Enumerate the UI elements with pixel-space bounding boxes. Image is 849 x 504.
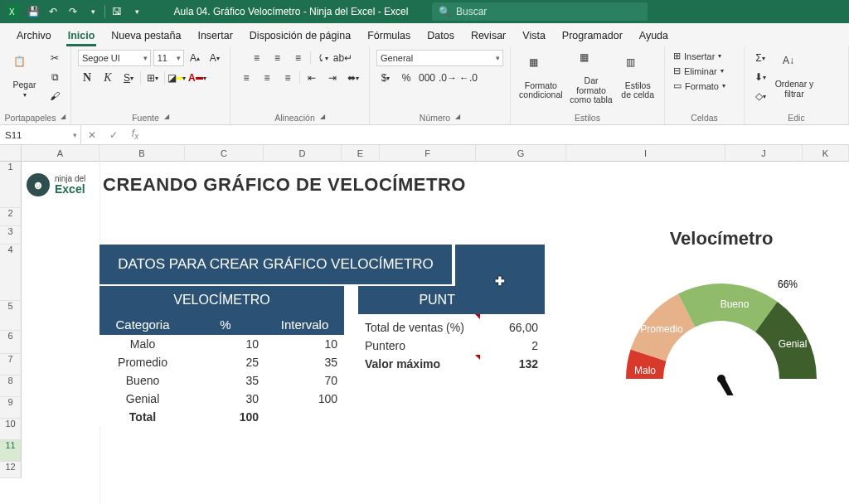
save-alt-icon[interactable]: 🖫 — [109, 3, 125, 20]
decrease-indent-button[interactable]: ⇤ — [303, 70, 321, 86]
col-header[interactable]: E — [342, 145, 380, 162]
ninja-icon: ☻ — [27, 173, 50, 196]
tab-insertar[interactable]: Insertar — [189, 25, 240, 46]
chevron-down-icon[interactable]: ▾ — [85, 3, 101, 20]
col-header[interactable]: D — [264, 145, 342, 162]
currency-button[interactable]: $▾ — [376, 70, 395, 86]
align-top-button[interactable]: ≡ — [248, 50, 266, 66]
row-header[interactable]: 9 — [0, 397, 22, 419]
col-header[interactable]: J — [725, 145, 803, 162]
align-right-button[interactable]: ≡ — [279, 70, 297, 86]
row-header[interactable]: 12 — [0, 462, 22, 478]
fill-color-button[interactable]: ◪▾ — [167, 70, 186, 86]
fx-button[interactable]: fx — [124, 128, 146, 141]
svg-text:66%: 66% — [778, 279, 798, 290]
row-header[interactable]: 7 — [0, 354, 22, 376]
name-box[interactable]: S11 — [0, 125, 81, 144]
tab-inicio[interactable]: Inicio — [60, 25, 104, 46]
worksheet[interactable]: A B C D E F G I J K 1 2 3 4 5 6 7 8 9 10… — [0, 145, 849, 504]
row-header[interactable]: 2 — [0, 208, 22, 226]
decrease-decimal-button[interactable]: ←.0 — [459, 70, 478, 86]
increase-decimal-button[interactable]: .0→ — [439, 70, 457, 86]
align-middle-button[interactable]: ≡ — [269, 50, 287, 66]
merge-button[interactable]: ⬌▾ — [344, 70, 362, 86]
row-header[interactable]: 4 — [0, 245, 22, 301]
row-header[interactable]: 3 — [0, 226, 22, 245]
row-header[interactable]: 1 — [0, 162, 22, 208]
align-center-button[interactable]: ≡ — [258, 70, 276, 86]
dialog-launcher-icon[interactable]: ◢ — [455, 113, 460, 123]
fill-button[interactable]: ⬇▾ — [751, 69, 769, 85]
select-all-corner[interactable] — [0, 145, 22, 162]
cancel-formula-button[interactable]: ✕ — [81, 129, 103, 141]
font-size-combo[interactable]: 11 — [153, 50, 184, 66]
delete-cells-button[interactable]: ⊟Eliminar ▾ — [672, 65, 727, 77]
col-header[interactable]: C — [185, 145, 264, 162]
orientation-button[interactable]: ⤹▾ — [313, 50, 332, 66]
col-header[interactable]: I — [566, 145, 725, 162]
borders-button[interactable]: ⊞▾ — [143, 70, 162, 86]
tab-programador[interactable]: Programador — [554, 25, 631, 46]
tab-formulas[interactable]: Fórmulas — [359, 25, 419, 46]
thousands-button[interactable]: 000 — [418, 70, 436, 86]
tab-datos[interactable]: Datos — [419, 25, 463, 46]
insert-cells-button[interactable]: ⊞Insertar ▾ — [672, 50, 727, 62]
percent-button[interactable]: % — [397, 70, 415, 86]
enter-formula-button[interactable]: ✓ — [103, 129, 124, 141]
number-format-combo[interactable]: General — [376, 50, 503, 66]
cell-styles-button[interactable]: ▥Estilos de celda — [618, 55, 657, 102]
tab-vista[interactable]: Vista — [514, 25, 554, 46]
italic-button[interactable]: K — [99, 70, 117, 86]
conditional-format-button[interactable]: ▦Formato condicional — [517, 55, 565, 102]
copy-button[interactable]: ⧉ — [46, 69, 64, 85]
tab-archivo[interactable]: Archivo — [8, 25, 60, 46]
row-header[interactable]: 5 — [0, 301, 22, 331]
paste-button[interactable]: 📋 Pegar ▾ — [7, 54, 42, 101]
group-numero: General $▾ % 000 .0→ ←.0 Número◢ — [370, 46, 511, 124]
sort-icon: A↓ — [783, 55, 806, 78]
cell-styles-icon: ▥ — [626, 56, 649, 80]
row-header[interactable]: 8 — [0, 376, 22, 397]
tab-nueva-pestana[interactable]: Nueva pestaña — [103, 25, 189, 46]
autosum-button[interactable]: Σ▾ — [751, 50, 769, 66]
font-name-combo[interactable]: Segoe UI — [78, 50, 151, 66]
sort-filter-button[interactable]: A↓Ordenar y filtrar — [773, 53, 816, 100]
col-header[interactable]: K — [803, 145, 849, 162]
chevron-down-icon[interactable]: ▾ — [129, 3, 145, 20]
clear-button[interactable]: ◇▾ — [751, 88, 769, 104]
align-left-button[interactable]: ≡ — [237, 70, 255, 86]
increase-indent-button[interactable]: ⇥ — [323, 70, 342, 86]
col-header[interactable]: A — [22, 145, 99, 162]
tab-revisar[interactable]: Revisar — [463, 25, 514, 46]
tab-ayuda[interactable]: Ayuda — [631, 25, 677, 46]
redo-icon[interactable]: ↷ — [65, 3, 81, 20]
underline-button[interactable]: S▾ — [119, 70, 138, 86]
font-color-button[interactable]: A▾ — [188, 70, 206, 86]
svg-text:Promedio: Promedio — [640, 323, 683, 335]
wrap-text-button[interactable]: ab↵ — [334, 50, 352, 66]
align-bottom-button[interactable]: ≡ — [289, 50, 308, 66]
dialog-launcher-icon[interactable]: ◢ — [164, 113, 169, 123]
decrease-font-button[interactable]: A▾ — [206, 50, 223, 66]
increase-font-button[interactable]: A▴ — [187, 50, 204, 66]
title-bar: X 💾 ↶ ↷ ▾ 🖫 ▾ Aula 04. Gráfico Velocímet… — [0, 0, 849, 23]
format-painter-button[interactable]: 🖌 — [46, 88, 64, 104]
undo-icon[interactable]: ↶ — [45, 3, 61, 20]
row-header[interactable]: 10 — [0, 419, 22, 440]
cut-button[interactable]: ✂ — [46, 50, 64, 66]
bold-button[interactable]: N — [78, 70, 96, 86]
save-icon[interactable]: 💾 — [25, 3, 41, 20]
tab-disposicion[interactable]: Disposición de página — [241, 25, 359, 46]
tell-me-search[interactable]: 🔍 Buscar — [432, 2, 648, 21]
col-header[interactable]: G — [476, 145, 566, 162]
col-header[interactable]: B — [99, 145, 185, 162]
row-header[interactable]: 6 — [0, 331, 22, 354]
format-as-table-button[interactable]: ▦Dar formato como tabla — [568, 50, 615, 107]
dialog-launcher-icon[interactable]: ◢ — [61, 113, 65, 123]
gauge-chart[interactable]: Velocímetro Malo Promedio Bueno Genial 6… — [605, 228, 837, 395]
col-header[interactable]: F — [380, 145, 476, 162]
format-cells-button[interactable]: ▭Formato ▾ — [672, 80, 727, 92]
dialog-launcher-icon[interactable]: ◢ — [320, 113, 325, 123]
row-header[interactable]: 11 — [0, 440, 22, 462]
brand-logo: ☻ ninja delExcel — [22, 173, 91, 196]
